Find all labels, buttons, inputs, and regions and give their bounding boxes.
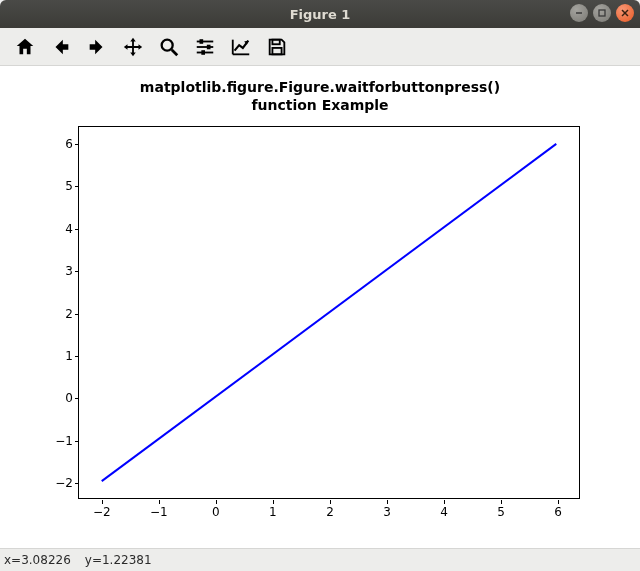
svg-rect-1 (599, 10, 605, 16)
zoom-button[interactable] (152, 31, 186, 63)
x-tick-mark (216, 500, 217, 504)
svg-point-4 (162, 39, 173, 50)
sliders-icon (194, 36, 216, 58)
x-tick-mark (387, 500, 388, 504)
x-tick-label: 5 (497, 505, 505, 519)
move-icon (122, 36, 144, 58)
back-button[interactable] (44, 31, 78, 63)
x-tick-mark (102, 500, 103, 504)
maximize-button[interactable] (593, 4, 611, 22)
y-tick-label: −1 (47, 434, 73, 448)
chart-title: matplotlib.figure.Figure.waitforbuttonpr… (0, 79, 640, 114)
y-tick-label: 6 (47, 137, 73, 151)
save-icon (266, 36, 288, 58)
x-tick-mark (501, 500, 502, 504)
status-x: x=3.08226 (4, 553, 71, 567)
x-tick-label: −2 (93, 505, 111, 519)
y-tick-label: 3 (47, 264, 73, 278)
matplotlib-toolbar (0, 28, 640, 66)
x-tick-label: 4 (440, 505, 448, 519)
svg-rect-11 (201, 50, 205, 55)
y-tick-label: 0 (47, 391, 73, 405)
x-tick-mark (330, 500, 331, 504)
y-tick-label: 2 (47, 307, 73, 321)
window-titlebar: Figure 1 (0, 0, 640, 28)
x-tick-mark (273, 500, 274, 504)
forward-button[interactable] (80, 31, 114, 63)
window-title: Figure 1 (290, 7, 351, 22)
x-tick-label: 0 (212, 505, 220, 519)
svg-rect-12 (272, 39, 279, 44)
y-tick-label: 5 (47, 179, 73, 193)
x-tick-label: 1 (269, 505, 277, 519)
pan-button[interactable] (116, 31, 150, 63)
x-tick-label: −1 (150, 505, 168, 519)
data-line (102, 144, 557, 481)
x-tick-label: 3 (383, 505, 391, 519)
line-plot (79, 127, 579, 498)
chart-axes: 6 5 4 3 2 1 0 −1 −2 −2 −1 0 1 2 3 4 5 6 (78, 126, 580, 499)
home-icon (14, 36, 36, 58)
chart-title-line2: function Example (251, 97, 388, 113)
window-controls (570, 4, 634, 22)
status-bar: x=3.08226 y=1.22381 (0, 548, 640, 571)
minimize-button[interactable] (570, 4, 588, 22)
y-tick-label: −2 (47, 476, 73, 490)
y-tick-label: 1 (47, 349, 73, 363)
svg-rect-9 (207, 44, 211, 49)
home-button[interactable] (8, 31, 42, 63)
chart-line-icon (230, 36, 252, 58)
svg-rect-7 (200, 39, 204, 44)
chart-title-line1: matplotlib.figure.Figure.waitforbuttonpr… (140, 79, 500, 95)
edit-axes-button[interactable] (224, 31, 258, 63)
arrow-left-icon (50, 36, 72, 58)
configure-subplots-button[interactable] (188, 31, 222, 63)
y-tick-label: 4 (47, 222, 73, 236)
plot-canvas[interactable]: matplotlib.figure.Figure.waitforbuttonpr… (0, 66, 640, 548)
close-button[interactable] (616, 4, 634, 22)
x-tick-label: 2 (326, 505, 334, 519)
svg-line-5 (172, 49, 178, 55)
zoom-icon (158, 36, 180, 58)
status-y: y=1.22381 (85, 553, 152, 567)
save-button[interactable] (260, 31, 294, 63)
x-tick-mark (558, 500, 559, 504)
x-tick-mark (444, 500, 445, 504)
x-tick-label: 6 (554, 505, 562, 519)
svg-rect-13 (272, 47, 281, 53)
arrow-right-icon (86, 36, 108, 58)
x-tick-mark (159, 500, 160, 504)
